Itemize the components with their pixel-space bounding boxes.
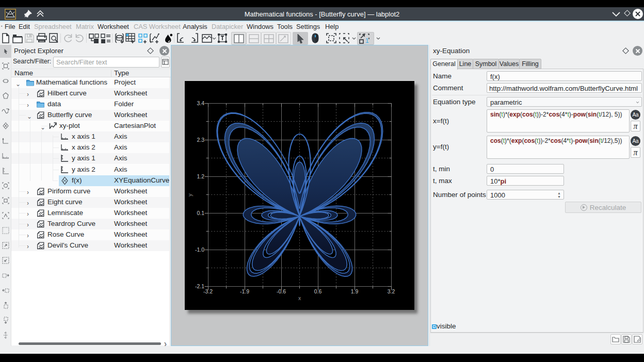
svg-text:1.2: 1.2 bbox=[197, 173, 204, 179]
svg-text:y: y bbox=[187, 193, 193, 196]
svg-text:0.6: 0.6 bbox=[314, 288, 322, 294]
svg-text:1.9: 1.9 bbox=[351, 288, 359, 294]
svg-text:-3.2: -3.2 bbox=[203, 288, 213, 294]
svg-text:2.3: 2.3 bbox=[197, 137, 204, 143]
svg-text:3.4: 3.4 bbox=[197, 100, 204, 106]
svg-text:3.2: 3.2 bbox=[388, 288, 395, 294]
svg-text:-0.6: -0.6 bbox=[277, 288, 286, 294]
svg-text:-1.0: -1.0 bbox=[195, 246, 204, 253]
svg-text:0.1: 0.1 bbox=[197, 210, 204, 216]
svg-text:x: x bbox=[298, 295, 301, 301]
svg-text:1: 1 bbox=[365, 37, 369, 44]
svg-text:-1.9: -1.9 bbox=[240, 288, 249, 294]
